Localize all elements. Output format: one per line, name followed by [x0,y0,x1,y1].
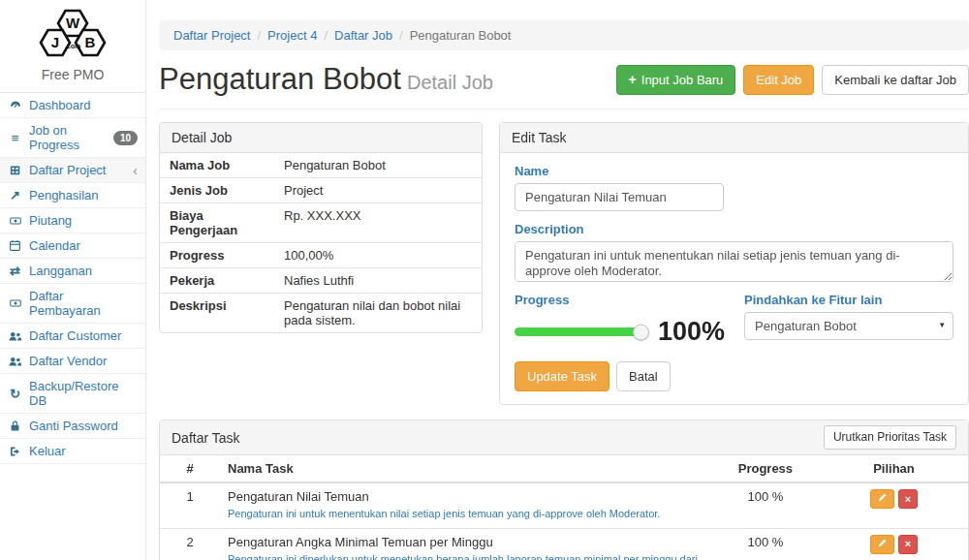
description-label: Description [515,222,953,236]
column-header-num: # [160,455,220,482]
progress-slider[interactable] [515,327,641,336]
sidebar-item-label: Penghasilan [29,188,99,202]
task-description: Pengaturan ini diperlukan untuk menetuka… [228,552,703,560]
move-feature-label: Pindahkan ke Fitur lain [744,293,953,307]
task-name: Pengaturan Nilai Temuan [228,489,703,504]
breadcrumb-project-4[interactable]: Project 4 [267,28,317,43]
task-description-textarea[interactable]: Pengaturan ini untuk menentukan nilai se… [515,241,953,282]
main-content: Daftar Project Project 4 Daftar Job Peng… [146,0,969,560]
sidebar-item-label: Daftar Vendor [29,354,107,368]
name-label: Name [515,164,953,178]
pencil-icon [877,538,888,551]
sidebar-item-label: Keluar [29,444,66,458]
task-progress: 100 % [711,528,820,560]
sidebar-item-label: Job on Progress [29,123,107,152]
app-window: W J B .com Free PMO Dashboard ≡ Job on P… [0,0,969,560]
sidebar-item-label: Calendar [29,238,80,253]
update-task-button[interactable]: Update Task [515,361,610,391]
sidebar-item-daftar-pembayaran[interactable]: Daftar Pembayaran [0,284,145,324]
edit-job-button[interactable]: Edit Job [743,65,814,95]
sidebar-item-langganan[interactable]: ⇄ Langganan [0,259,145,284]
retweet-icon: ⇄ [8,264,22,278]
detail-row-jenis-job: Jenis Job Project [160,178,482,203]
detail-job-panel: Detail Job Nama Job Pengaturan Bobot Jen… [159,122,483,333]
move-feature-select[interactable]: Pengaturan Bobot [744,312,953,340]
table-row: 1 Pengaturan Nilai Temuan Pengaturan ini… [160,482,968,528]
task-progress: 100 % [711,482,820,528]
money-icon [8,215,22,227]
sidebar-item-keluar[interactable]: Keluar [0,439,145,464]
detail-row-pekerja: Pekerja Nafies Luthfi [160,268,482,294]
breadcrumb-daftar-project[interactable]: Daftar Project [173,28,250,43]
plus-icon: + [629,72,637,88]
jwb-logo-icon: W J B .com [30,8,115,62]
kembali-ke-daftar-job-button[interactable]: Kembali ke daftar Job [822,65,969,95]
sidebar-item-label: Ganti Password [29,419,118,433]
panels-row: Detail Job Nama Job Pengaturan Bobot Jen… [159,122,969,405]
progress-label: Progress [515,293,725,307]
column-header-pilihan: Pilihan [820,455,968,482]
sidebar-item-daftar-vendor[interactable]: Daftar Vendor [0,349,145,374]
sidebar-item-ganti-password[interactable]: Ganti Password [0,414,145,439]
chevron-left-icon: ‹ [133,165,138,176]
detail-row-nama-job: Nama Job Pengaturan Bobot [160,153,482,178]
progress-slider-handle[interactable] [633,324,649,340]
task-name: Pengaturan Angka Minimal Temuan per Ming… [228,535,703,549]
sidebar-item-penghasilan[interactable]: ↗ Penghasilan [0,183,145,208]
job-count-badge: 10 [113,131,138,145]
sidebar-item-daftar-customer[interactable]: Daftar Customer [0,324,145,349]
brand-name: Free PMO [4,67,141,82]
edit-task-panel: Edit Task Name Description Pengaturan in… [499,122,969,405]
sidebar-nav: Dashboard ≡ Job on Progress 10 ⊞ Daftar … [0,93,145,464]
sidebar-item-daftar-project[interactable]: ⊞ Daftar Project ‹ [0,158,145,183]
breadcrumb-current: Pengaturan Bobot [392,28,511,43]
svg-text:J: J [51,34,59,50]
detail-job-table: Nama Job Pengaturan Bobot Jenis Job Proj… [160,153,482,332]
money-icon [8,297,22,309]
breadcrumb: Daftar Project Project 4 Daftar Job Peng… [159,20,969,50]
sidebar-item-label: Daftar Project [29,163,106,177]
page-title: Pengaturan BobotDetail Job [159,62,493,100]
delete-task-button[interactable]: × [898,489,918,509]
detail-row-deskripsi: Deskripsi Pengaturan nilai dan bobot nil… [160,294,482,332]
svg-text:B: B [85,34,96,50]
task-name-input[interactable] [515,183,724,211]
column-header-nama-task: Nama Task [220,455,711,482]
header-buttons: +Input Job Baru Edit Job Kembali ke daft… [616,65,969,95]
batal-button[interactable]: Batal [616,361,671,391]
detail-job-panel-title: Detail Job [160,123,482,153]
page-subtitle: Detail Job [407,72,493,93]
sidebar-item-backup-restore-db[interactable]: ↻ Backup/Restore DB [0,374,145,414]
detail-row-progress: Progress 100,00% [160,243,482,268]
task-number: 1 [160,482,220,528]
sidebar-item-calendar[interactable]: Calendar [0,233,145,259]
users-icon [8,356,22,367]
sidebar-item-label: Daftar Customer [29,328,121,343]
sidebar-item-label: Piutang [29,213,72,228]
edit-task-form: Name Description Pengaturan ini untuk me… [500,153,968,404]
sidebar-item-label: Daftar Pembayaran [29,289,138,318]
sidebar-item-dashboard[interactable]: Dashboard [0,93,145,118]
table-icon: ⊞ [8,163,22,177]
sidebar-item-piutang[interactable]: Piutang [0,208,145,233]
task-description: Pengaturan ini untuk menentukan nilai se… [228,507,703,522]
progress-percent-value: 100% [658,317,725,347]
breadcrumb-daftar-job[interactable]: Daftar Job [334,28,392,43]
lock-icon [8,420,22,432]
edit-task-button[interactable] [870,489,894,509]
dashboard-icon [8,99,22,111]
list-icon: ≡ [8,131,22,145]
edit-task-button[interactable] [870,535,894,554]
logo[interactable]: W J B .com Free PMO [0,0,145,93]
refresh-icon: ↻ [8,387,22,401]
task-table: # Nama Task Progress Pilihan 1 Pengatura… [160,455,968,560]
chart-line-icon: ↗ [8,188,22,202]
users-icon [8,330,22,342]
urutkan-prioritas-task-button-top[interactable]: Urutkan Prioritas Task [824,425,956,450]
daftar-task-panel: Daftar Task Urutkan Prioritas Task # Nam… [159,420,969,560]
daftar-task-panel-title: Daftar Task [172,430,240,446]
delete-task-button[interactable]: × [898,535,918,554]
sidebar-item-job-on-progress[interactable]: ≡ Job on Progress 10 [0,118,145,158]
page-header: Pengaturan BobotDetail Job +Input Job Ba… [159,62,969,109]
input-job-baru-button[interactable]: +Input Job Baru [616,65,736,95]
